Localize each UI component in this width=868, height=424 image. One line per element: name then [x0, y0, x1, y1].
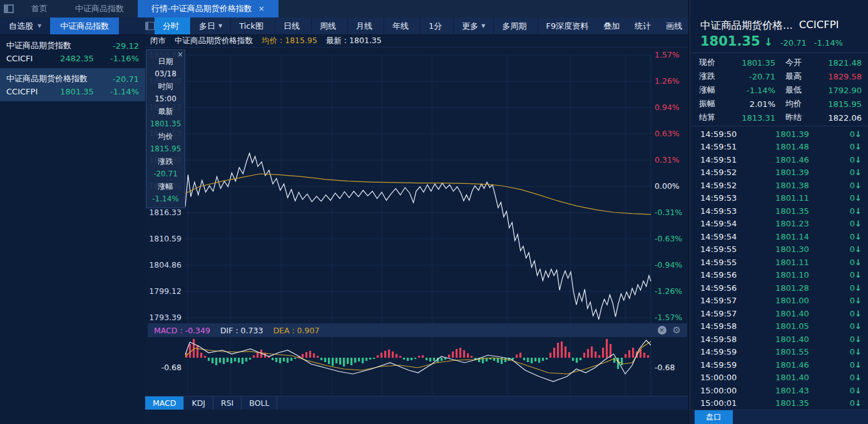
toolbar-link-label: F9深度资料: [546, 21, 588, 32]
tooltip-value: 1815.95: [146, 143, 185, 155]
table-row: 14:59:58 1801.40 0↓: [692, 333, 868, 346]
close-icon[interactable]: ×: [177, 50, 183, 59]
indicator-tab[interactable]: BOLL: [242, 396, 277, 410]
table-row: 14:59:56 1801.28 0↓: [692, 281, 868, 295]
toolbar-link-label: 画线: [666, 21, 682, 32]
table-row: 14:59:57 1801.00 0↓: [692, 295, 868, 308]
tooltip-rows: 日期 03/18 时间 15:00 最新 1801.35: [146, 55, 185, 205]
list-item[interactable]: 中证商品期货价格指数 -20.71 CCICFPI 1801.35 -1.14%: [0, 68, 145, 101]
collapse-left-panel-icon[interactable]: [145, 18, 155, 34]
period-button[interactable]: 多日 ▼: [191, 18, 231, 34]
tick-time: 14:59:58: [700, 321, 745, 331]
last-value: 1801.35: [349, 36, 382, 46]
quote-price-row: 1801.35 ↓ -20.71 -1.14%: [700, 34, 863, 49]
toolbar-link[interactable]: 叠加: [596, 18, 627, 34]
tick-time: 14:59:54: [700, 219, 745, 228]
tooltip-label: 最新: [146, 105, 185, 118]
tick-volume: 0↓: [839, 193, 862, 203]
table-row: 14:59:53 1801.11 0↓: [692, 192, 868, 205]
main-chart[interactable]: 1850.741.57%1845.001.26%1839.270.94%1833…: [145, 48, 688, 410]
avg-value: 1815.95: [285, 36, 317, 46]
indicator-tab-bar: MACD KDJ RSI BOLL: [145, 396, 688, 410]
toolbar-link[interactable]: 画线: [658, 18, 690, 34]
period-button-label: 1分: [429, 21, 442, 32]
svg-text:-0.63%: -0.63%: [655, 234, 682, 243]
indicator-tab[interactable]: KDJ: [184, 396, 213, 410]
tick-list[interactable]: 14:59:50 1801.39 0↓ 14:59:51 1801.48 0↓ …: [692, 128, 868, 410]
table-row: 15:00:00 1801.43 0↓: [692, 384, 868, 397]
tick-price: 1801.48: [745, 142, 839, 151]
stat-label: 昨结: [785, 112, 814, 123]
svg-text:-0.68: -0.68: [655, 363, 675, 372]
period-button[interactable]: 更多 ▼: [454, 18, 494, 34]
arrow-down-icon: ↓: [855, 245, 862, 254]
tick-volume: 0↓: [839, 360, 862, 370]
period-button[interactable]: Tick图: [231, 18, 275, 34]
indicator-tab[interactable]: MACD: [145, 396, 184, 410]
chart-main-area: 分时 多日 ▼ Tick图 日线: [145, 18, 688, 424]
tick-price: 1801.40: [745, 309, 839, 318]
svg-text:0.63%: 0.63%: [655, 129, 680, 138]
macd-header-bar: MACD : -0.349 DIF : 0.733 DEA : 0.907 ✕ …: [148, 323, 687, 337]
tab-quote-active[interactable]: 行情-中证商品期货价格指数 ×: [138, 0, 278, 18]
tab-index-list-label: 中证商品指数: [75, 3, 124, 14]
stat-value: -1.14%: [728, 86, 775, 95]
trading-app-window: 首页 中证商品指数 行情-中证商品期货价格指数 × 自选股 ▼ 中证商品指数: [0, 0, 868, 424]
tab-order-book[interactable]: 盘口: [695, 410, 733, 424]
tick-price: 1801.14: [745, 232, 839, 241]
tab-close-icon[interactable]: ×: [258, 4, 265, 13]
period-button[interactable]: 年线: [384, 18, 421, 34]
stock-price: 1801.35: [51, 87, 103, 96]
arrow-down-icon: ↓: [855, 386, 862, 395]
quote-title-name: 中证商品期货价格...: [700, 19, 793, 33]
svg-text:-0.68: -0.68: [161, 363, 181, 372]
period-button[interactable]: 月线: [348, 18, 384, 34]
stat-cell: 今开 1821.48: [785, 56, 862, 69]
tick-volume: 0↓: [839, 232, 862, 241]
period-button-label: Tick图: [239, 21, 263, 32]
tab-order-book-label: 盘口: [706, 412, 722, 423]
list-item[interactable]: 中证商品期货指数 -29.12 CCICFI 2482.35 -1.16%: [0, 35, 145, 68]
arrow-down-icon: ↓: [855, 181, 862, 190]
tick-time: 14:59:59: [700, 347, 745, 356]
period-button[interactable]: 分时: [155, 18, 191, 34]
period-button[interactable]: 日线: [275, 18, 312, 34]
tick-price: 1801.00: [745, 296, 839, 305]
tooltip-row: 最新 1801.35: [146, 105, 185, 130]
tick-time: 14:59:58: [700, 335, 745, 344]
tab-index-list[interactable]: 中证商品指数: [61, 0, 138, 18]
tooltip-label: 均价: [146, 130, 185, 143]
indicator-tab[interactable]: RSI: [213, 396, 242, 410]
toolbar-link[interactable]: F9深度资料: [538, 18, 596, 34]
stat-value: 2.01%: [728, 99, 775, 109]
stat-cell: 均价 1815.95: [785, 97, 862, 111]
tick-time: 14:59:56: [700, 283, 745, 293]
price-chart-canvas[interactable]: 1850.741.57%1845.001.26%1839.270.94%1833…: [145, 48, 688, 410]
tick-price: 1801.05: [745, 321, 839, 331]
tooltip-value: 03/18: [146, 68, 185, 80]
table-row: 14:59:55 1801.30 0↓: [692, 243, 868, 256]
tab-home-label: 首页: [31, 3, 48, 14]
period-button[interactable]: 多周期: [494, 18, 538, 34]
close-indicator-icon[interactable]: ✕: [658, 326, 666, 335]
watchlist-dropdown[interactable]: 自选股 ▼: [0, 18, 50, 34]
tick-volume: 0↓: [839, 245, 862, 254]
tab-home[interactable]: 首页: [18, 0, 61, 18]
tick-volume: 0↓: [839, 142, 862, 151]
quote-pct: -1.14%: [814, 38, 843, 48]
crosshair-tooltip: × 日期 03/18 时间 15:00: [146, 49, 185, 208]
chevron-down-icon: ▼: [38, 23, 41, 29]
tick-time: 14:59:56: [700, 270, 745, 280]
toolbar-link-label: 统计: [635, 21, 651, 32]
gear-icon[interactable]: ⚙: [673, 326, 681, 335]
quote-title: 中证商品期货价格... CCICFPI: [700, 19, 863, 33]
toolbar-link[interactable]: 统计: [627, 18, 658, 34]
quote-stats-grid: 现价 1801.35 今开 1821.48 涨跌 -20.71 最高 1829.…: [699, 56, 862, 124]
tick-time: 15:00:00: [700, 386, 745, 395]
period-button[interactable]: 1分: [421, 18, 454, 34]
period-button-label: 更多: [462, 21, 478, 32]
tick-volume: 0↓: [839, 270, 862, 280]
watchlist-group-tab[interactable]: 中证商品指数: [50, 18, 119, 34]
sidebar-toggle-icon[interactable]: [0, 0, 18, 18]
period-button[interactable]: 周线: [312, 18, 348, 34]
